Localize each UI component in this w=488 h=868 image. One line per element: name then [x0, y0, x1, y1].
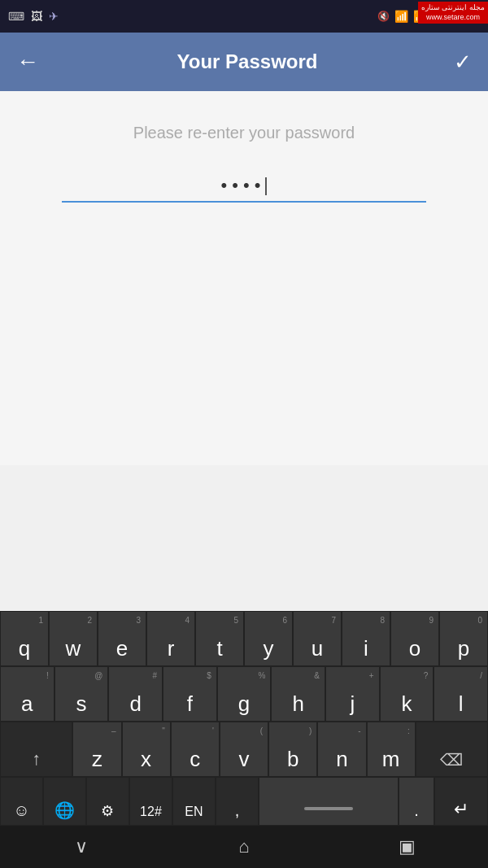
keyboard-row-3: ↑ –z "x 'c (v )b -n :m ⌫ — [0, 722, 488, 777]
key-j[interactable]: +j — [325, 666, 380, 722]
watermark-line1: مجله اینترنتی ستاره — [421, 3, 485, 13]
keyboard-row-1: 1q 2w 3e 4r 5t 6y 7u 8i 9o 0p — [0, 611, 488, 666]
key-f[interactable]: $f — [163, 666, 217, 722]
num-sym-key[interactable]: 12# — [129, 777, 172, 826]
globe-icon: 🌐 — [54, 802, 75, 818]
page-title: Your Password — [55, 50, 439, 73]
key-v[interactable]: (v — [220, 722, 268, 777]
backspace-icon: ⌫ — [440, 750, 463, 770]
key-w[interactable]: 2w — [49, 611, 98, 666]
input-underline — [62, 201, 426, 203]
settings-icon: ⚙ — [101, 804, 114, 818]
key-g[interactable]: %g — [217, 666, 272, 722]
key-n[interactable]: -n — [317, 722, 366, 777]
status-bar: ⌨ 🖼 ✈ 🔇 📶 📶 🔋 22:45 مجله اینترنتی ستاره … — [0, 0, 488, 33]
key-z[interactable]: –z — [72, 722, 121, 777]
key-l[interactable]: /l — [434, 666, 488, 722]
key-h[interactable]: &h — [271, 666, 325, 722]
key-b[interactable]: )b — [268, 722, 317, 777]
key-o[interactable]: 9o — [390, 611, 439, 666]
password-dots: •••• — [62, 175, 426, 201]
nav-bar: ∨ ⌂ ▣ — [0, 826, 488, 868]
lang-label: EN — [185, 805, 203, 818]
enter-icon: ↵ — [454, 800, 468, 818]
nav-home-button[interactable]: ⌂ — [163, 836, 325, 857]
space-bar-visual — [304, 807, 353, 810]
key-x[interactable]: "x — [122, 722, 171, 777]
main-content: Please re-enter your password •••• — [0, 91, 488, 465]
key-m[interactable]: :m — [367, 722, 416, 777]
watermark-line2: www.setare.com — [421, 13, 485, 23]
globe-key[interactable]: 🌐 — [43, 777, 86, 826]
settings-key[interactable]: ⚙ — [86, 777, 129, 826]
wifi-icon: 📶 — [394, 10, 408, 23]
comma-key[interactable]: , — [216, 777, 259, 826]
password-hint: Please re-enter your password — [16, 124, 472, 142]
watermark: مجله اینترنتی ستاره www.setare.com — [418, 2, 488, 24]
back-button[interactable]: ← — [16, 49, 39, 75]
mute-icon: 🔇 — [377, 11, 390, 22]
status-left-icons: ⌨ 🖼 ✈ — [8, 10, 59, 23]
telegram-icon: ✈ — [49, 10, 59, 23]
space-key[interactable] — [259, 777, 399, 826]
nav-recents-button[interactable]: ▣ — [325, 836, 488, 857]
key-d[interactable]: #d — [108, 666, 163, 722]
key-r[interactable]: 4r — [146, 611, 195, 666]
key-k[interactable]: ?k — [380, 666, 434, 722]
period-label: . — [414, 802, 419, 818]
keyboard-bottom-row: ☺ 🌐 ⚙ 12# EN , . ↵ — [0, 777, 488, 826]
num-sym-label: 12# — [140, 805, 162, 818]
shift-icon: ↑ — [32, 748, 41, 770]
key-a[interactable]: !a — [0, 666, 54, 722]
emoji-icon: ☺ — [13, 802, 29, 818]
key-q[interactable]: 1q — [0, 611, 49, 666]
confirm-button[interactable]: ✓ — [454, 50, 472, 75]
key-y[interactable]: 6y — [244, 611, 293, 666]
key-s[interactable]: @s — [54, 666, 109, 722]
enter-key[interactable]: ↵ — [434, 777, 488, 826]
keyboard-icon: ⌨ — [8, 10, 24, 23]
emoji-key[interactable]: ☺ — [0, 777, 43, 826]
nav-back-button[interactable]: ∨ — [0, 836, 163, 857]
password-field-container[interactable]: •••• — [62, 175, 426, 203]
backspace-key[interactable]: ⌫ — [416, 722, 488, 777]
key-p[interactable]: 0p — [439, 611, 488, 666]
key-i[interactable]: 8i — [342, 611, 390, 666]
shift-key[interactable]: ↑ — [0, 722, 72, 777]
app-bar: ← Your Password ✓ — [0, 33, 488, 91]
keyboard: 1q 2w 3e 4r 5t 6y 7u 8i 9o 0p XT9 !a @s … — [0, 611, 488, 826]
lang-key[interactable]: EN — [172, 777, 216, 826]
key-t[interactable]: 5t — [195, 611, 244, 666]
key-c[interactable]: 'c — [171, 722, 220, 777]
period-key[interactable]: . — [399, 777, 434, 826]
key-e[interactable]: 3e — [98, 611, 146, 666]
text-cursor — [265, 177, 267, 195]
key-u[interactable]: 7u — [293, 611, 342, 666]
comma-label: , — [235, 802, 240, 818]
keyboard-row-2: XT9 !a @s #d $f %g &h +j ?k /l — [0, 666, 488, 722]
image-icon: 🖼 — [31, 10, 42, 23]
